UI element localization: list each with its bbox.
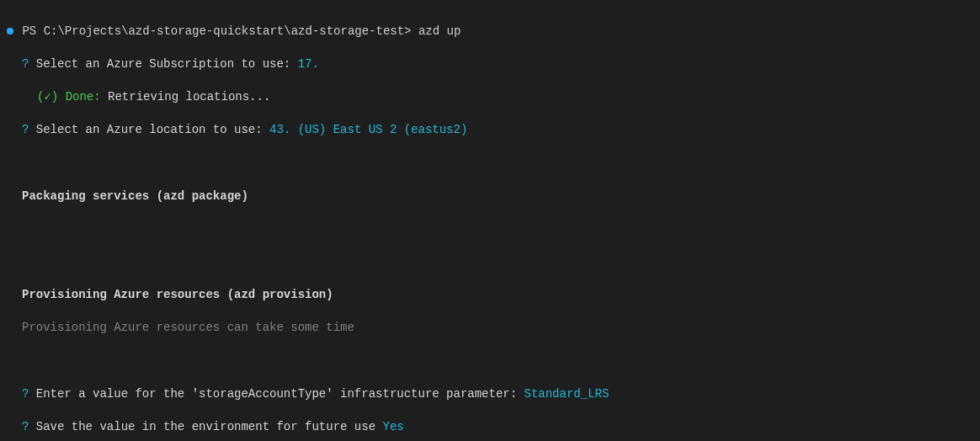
- prompt-line: PS C:\Projects\azd-storage-quickstart\az…: [7, 24, 980, 40]
- answer-value: 43. (US) East US 2 (eastus2): [269, 123, 467, 136]
- question-storage-type: ? Enter a value for the 'storageAccountT…: [7, 386, 980, 403]
- answer-value: Yes: [382, 420, 403, 433]
- question-mark-icon: ?: [22, 123, 29, 136]
- answer-value: Standard_LRS: [525, 387, 610, 401]
- question-text: Select an Azure Subscription to use:: [36, 57, 290, 71]
- question-text: Enter a value for the 'storageAccountTyp…: [36, 387, 517, 401]
- provisioning-note: Provisioning Azure resources can take so…: [7, 320, 980, 337]
- shell-name: PS: [22, 24, 36, 38]
- question-location: ? Select an Azure location to use: 43. (…: [7, 122, 980, 139]
- blank-line: [7, 254, 980, 271]
- terminal-output[interactable]: PS C:\Projects\azd-storage-quickstart\az…: [7, 7, 980, 441]
- question-text: Select an Azure location to use:: [36, 123, 263, 136]
- section-provisioning: Provisioning Azure resources (azd provis…: [7, 287, 980, 304]
- blank-line: [7, 221, 980, 238]
- question-save-env: ? Save the value in the environment for …: [7, 419, 980, 436]
- question-text: Save the value in the environment for fu…: [36, 420, 375, 433]
- check-icon: (✓): [37, 90, 58, 104]
- question-mark-icon: ?: [22, 420, 29, 433]
- done-text: Retrieving locations...: [108, 90, 270, 104]
- question-mark-icon: ?: [22, 57, 29, 71]
- done-retrieving: (✓) Done: Retrieving locations...: [7, 89, 980, 106]
- answer-value: 17.: [298, 57, 319, 71]
- section-packaging: Packaging services (azd package): [7, 189, 980, 205]
- command-text: azd up: [418, 24, 461, 38]
- question-mark-icon: ?: [22, 387, 29, 401]
- done-label: Done:: [66, 90, 101, 104]
- question-subscription: ? Select an Azure Subscription to use: 1…: [7, 56, 980, 73]
- blank-line: [7, 155, 980, 172]
- prompt-path: C:\Projects\azd-storage-quickstart\azd-s…: [44, 24, 412, 38]
- blank-line: [7, 353, 980, 369]
- status-dot-icon: [7, 28, 13, 35]
